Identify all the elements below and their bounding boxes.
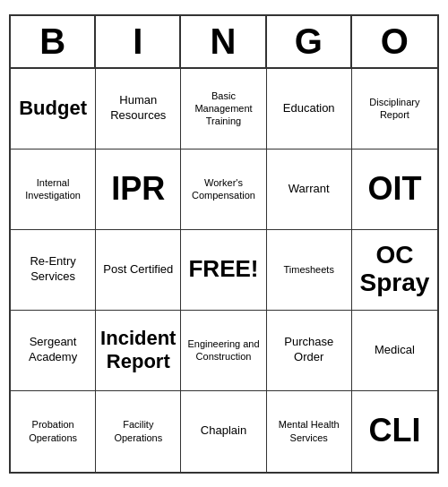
bingo-cell: Timesheets [267, 230, 352, 311]
bingo-cell: Medical [352, 311, 437, 391]
bingo-cell: Internal Investigation [11, 150, 96, 230]
header-letter: G [267, 16, 352, 67]
header-letter: N [181, 16, 266, 67]
bingo-cell: Facility Operations [96, 391, 181, 472]
bingo-cell: Mental Health Services [267, 391, 352, 472]
bingo-cell: Basic Management Training [181, 69, 266, 150]
bingo-cell: Worker's Compensation [181, 150, 266, 230]
bingo-cell: Warrant [267, 150, 352, 230]
bingo-cell: Probation Operations [11, 391, 96, 472]
bingo-cell: Engineering and Construction [181, 311, 266, 391]
bingo-cell: Education [267, 69, 352, 150]
bingo-cell: OIT [352, 150, 437, 230]
bingo-cell: Chaplain [181, 391, 266, 472]
bingo-grid: BudgetHuman ResourcesBasic Management Tr… [11, 69, 437, 472]
bingo-cell: Post Certified [96, 230, 181, 311]
bingo-cell: IPR [96, 150, 181, 230]
header-letter: B [11, 16, 96, 67]
bingo-cell: Budget [11, 69, 96, 150]
bingo-card: BINGO BudgetHuman ResourcesBasic Managem… [9, 14, 439, 474]
bingo-cell: Sergeant Academy [11, 311, 96, 391]
bingo-cell: Purchase Order [267, 311, 352, 391]
bingo-cell: OC Spray [352, 230, 437, 311]
bingo-cell: Human Resources [96, 69, 181, 150]
bingo-cell: CLI [352, 391, 437, 472]
bingo-cell: Disciplinary Report [352, 69, 437, 150]
header-letter: I [96, 16, 181, 67]
bingo-cell: Incident Report [96, 311, 181, 391]
bingo-cell: FREE! [181, 230, 266, 311]
bingo-cell: Re-Entry Services [11, 230, 96, 311]
bingo-header: BINGO [11, 16, 437, 69]
header-letter: O [352, 16, 437, 67]
